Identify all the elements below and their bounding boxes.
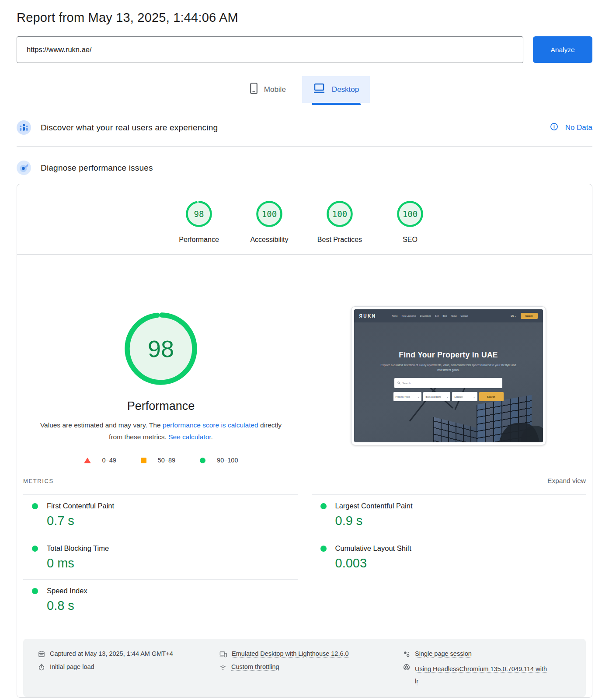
desktop-laptop-icon bbox=[313, 83, 325, 96]
legend-fail: 0–49 bbox=[84, 457, 116, 464]
disclaimer-text: . bbox=[211, 433, 213, 441]
metric-label: Speed Index bbox=[47, 587, 87, 595]
info-icon bbox=[550, 122, 558, 133]
seo-score-ring: 100 bbox=[396, 200, 424, 228]
metric-tbt: Total Blocking Time 0 ms bbox=[23, 537, 298, 579]
category-label: Accessibility bbox=[250, 236, 288, 244]
beds-baths-dropdown: Beds and Baths⌄ bbox=[423, 392, 450, 401]
metric-value: 0.7 s bbox=[47, 514, 298, 528]
category-accessibility[interactable]: 100 Accessibility bbox=[234, 200, 305, 244]
no-data-label: No Data bbox=[565, 123, 592, 132]
pass-dot-icon bbox=[32, 588, 38, 594]
pagespeed-report: Report from May 13, 2025, 1:44:06 AM Ana… bbox=[0, 10, 609, 698]
disclaimer-text: Values are estimated and may vary. The bbox=[40, 421, 163, 429]
screenshot-column: ЯUKN Home New Launches Developers Sell B… bbox=[305, 255, 592, 464]
rum-heading: Discover what your real users are experi… bbox=[41, 123, 218, 133]
category-performance[interactable]: 98 Performance bbox=[164, 200, 234, 244]
site-hero: Find Your Property in UAE Explore a cura… bbox=[354, 350, 543, 442]
analyze-button[interactable]: Analyze bbox=[533, 36, 592, 63]
metric-value: 0.8 s bbox=[47, 598, 298, 613]
real-users-icon bbox=[17, 120, 31, 135]
throttling-icon bbox=[219, 664, 226, 671]
score-calc-link[interactable]: performance score is calculated bbox=[163, 421, 258, 429]
metric-value: 0.9 s bbox=[335, 514, 586, 528]
metric-label: Largest Contentful Paint bbox=[335, 502, 413, 510]
site-headline: Find Your Property in UAE bbox=[354, 350, 543, 360]
property-types-dropdown: Property Types⌄ bbox=[393, 392, 422, 401]
performance-overview: 98 Performance Values are estimated and … bbox=[17, 255, 592, 464]
session-link[interactable]: Single page session bbox=[415, 650, 472, 657]
performance-score-ring: 98 bbox=[185, 200, 213, 228]
captured-at-text: Captured at May 13, 2025, 1:44 AM GMT+4 bbox=[50, 650, 173, 657]
chromium-version: Using HeadlessChromium 135.0.7049.114 wi… bbox=[403, 663, 577, 687]
legend-label: 50–89 bbox=[158, 457, 175, 464]
svg-text:100: 100 bbox=[262, 209, 277, 219]
metrics-header: METRICS Expand view bbox=[23, 477, 586, 485]
score-legend: 0–49 50–89 90–100 bbox=[84, 457, 238, 464]
site-search-button: Search bbox=[479, 392, 504, 401]
emulated-device-icon bbox=[219, 651, 227, 658]
expand-view-button[interactable]: Expand view bbox=[547, 477, 586, 485]
metric-label: Cumulative Layout Shift bbox=[335, 544, 411, 553]
see-calculator-link[interactable]: See calculator bbox=[168, 433, 211, 441]
metrics-title: METRICS bbox=[23, 478, 54, 484]
throttling-link[interactable]: Custom throttling bbox=[231, 663, 279, 670]
site-language-selector: EN ⌄ bbox=[511, 315, 516, 317]
chromium-link[interactable]: Using HeadlessChromium 135.0.7049.114 wi… bbox=[415, 663, 550, 687]
lab-heading: Diagnose performance issues bbox=[41, 163, 153, 173]
pass-dot-icon bbox=[32, 546, 38, 552]
site-nav-links: Home New Launches Developers Sell Blog A… bbox=[392, 315, 468, 317]
site-navbar: ЯUKN Home New Launches Developers Sell B… bbox=[354, 309, 543, 322]
category-best-practices[interactable]: 100 Best Practices bbox=[305, 200, 375, 244]
category-scores: 98 Performance 100 Accessibility 100 Bes… bbox=[17, 184, 592, 244]
metric-cls: Cumulative Layout Shift 0.003 bbox=[312, 537, 586, 579]
metric-fcp: First Contentful Paint 0.7 s bbox=[23, 494, 298, 537]
legend-label: 90–100 bbox=[217, 457, 238, 464]
metric-speed-index: Speed Index 0.8 s bbox=[23, 579, 298, 622]
site-nav-item: Sell bbox=[435, 315, 438, 317]
session-icon bbox=[403, 651, 410, 658]
site-nav-item: Contact bbox=[461, 315, 468, 317]
final-screenshot[interactable]: ЯUKN Home New Launches Developers Sell B… bbox=[351, 306, 546, 445]
tab-desktop-label: Desktop bbox=[332, 85, 359, 94]
lab-section-header: Diagnose performance issues bbox=[17, 161, 592, 175]
page-title: Report from May 13, 2025, 1:44:06 AM bbox=[17, 10, 592, 25]
captured-at: Captured at May 13, 2025, 1:44 AM GMT+4 bbox=[38, 650, 219, 658]
metric-value: 0.003 bbox=[335, 556, 586, 570]
performance-gauge-column: 98 Performance Values are estimated and … bbox=[17, 255, 305, 464]
metric-empty-cell bbox=[312, 579, 586, 622]
site-nav-item: About bbox=[451, 315, 456, 317]
metric-value: 0 ms bbox=[47, 556, 298, 570]
section-divider bbox=[17, 146, 592, 147]
tab-mobile[interactable]: Mobile bbox=[239, 76, 297, 103]
tab-desktop[interactable]: Desktop bbox=[302, 76, 370, 103]
metric-label: Total Blocking Time bbox=[47, 544, 109, 553]
rukn-site-preview: ЯUKN Home New Launches Developers Sell B… bbox=[354, 309, 543, 442]
url-input[interactable] bbox=[17, 36, 523, 63]
url-bar: Analyze bbox=[17, 36, 592, 63]
score-disclaimer: Values are estimated and may vary. The p… bbox=[38, 419, 283, 443]
category-label: Best Practices bbox=[317, 236, 362, 244]
performance-gauge[interactable]: 98 bbox=[124, 312, 198, 385]
mobile-phone-icon bbox=[250, 83, 258, 96]
location-dropdown: Location⌄ bbox=[452, 392, 477, 401]
category-label: SEO bbox=[403, 236, 418, 244]
lab-report-card: 98 Performance 100 Accessibility 100 Bes… bbox=[17, 184, 592, 698]
site-nav-item: Blog bbox=[442, 315, 447, 317]
site-logo: ЯUKN bbox=[359, 314, 376, 318]
magnifier-icon bbox=[397, 382, 400, 385]
category-seo[interactable]: 100 SEO bbox=[375, 200, 445, 244]
svg-text:98: 98 bbox=[148, 336, 174, 362]
svg-text:100: 100 bbox=[403, 209, 418, 219]
initial-page-load-text: Initial page load bbox=[50, 663, 94, 670]
active-tab-indicator bbox=[312, 103, 361, 105]
no-data-link[interactable]: No Data bbox=[550, 122, 592, 133]
device-tabs: Mobile Desktop bbox=[17, 76, 592, 103]
environment-footer: Captured at May 13, 2025, 1:44 AM GMT+4 … bbox=[23, 639, 586, 697]
site-subheadline: Explore a curated selection of luxury ap… bbox=[379, 363, 519, 372]
pass-dot-icon bbox=[320, 503, 327, 509]
metric-label: First Contentful Paint bbox=[47, 502, 114, 510]
metric-lcp: Largest Contentful Paint 0.9 s bbox=[312, 494, 586, 537]
emulated-device-link[interactable]: Emulated Desktop with Lighthouse 12.6.0 bbox=[232, 650, 349, 657]
pass-dot-icon bbox=[32, 503, 38, 509]
